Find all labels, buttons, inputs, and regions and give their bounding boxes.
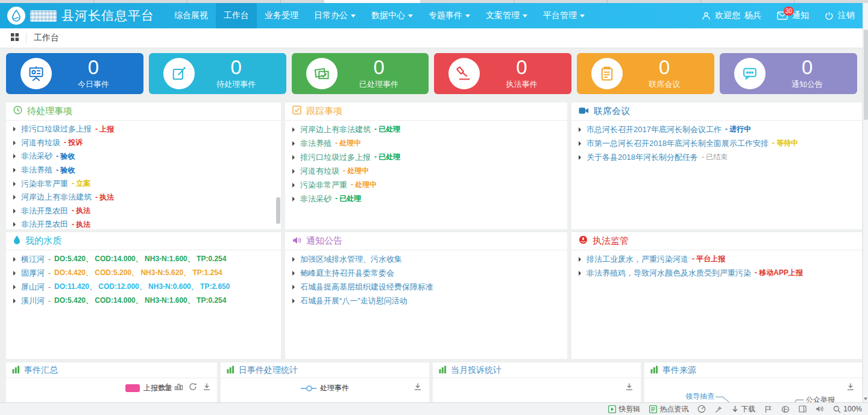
speed-mode-button[interactable]: [697, 405, 706, 413]
list-item[interactable]: 屏山河-DO:11.420、 COD:12.000、 NH3-N:0.600、 …: [13, 280, 274, 294]
menu-item-daily-office[interactable]: 日常办公: [306, 3, 363, 28]
status-badge: - 执法: [95, 192, 114, 203]
download-icon[interactable]: [203, 382, 211, 391]
page-scrollbar[interactable]: [863, 3, 868, 402]
menu-item-business[interactable]: 业务受理: [257, 3, 306, 28]
scrollbar-down-arrow[interactable]: [864, 398, 867, 401]
sound-button[interactable]: [816, 405, 824, 413]
stat-card-enforcement-events[interactable]: 0执法事件: [434, 53, 571, 94]
list-item[interactable]: 河岸边上有非法建筑- 已处理: [292, 122, 560, 136]
list-item[interactable]: 污染非常严重- 立案: [13, 177, 274, 191]
caret-right-icon: [13, 257, 16, 262]
scrollbar-thumb[interactable]: [276, 197, 280, 224]
downloads-button[interactable]: 下载: [732, 404, 755, 414]
panel-scrollbar[interactable]: [276, 122, 280, 227]
sidebar-toggle-button[interactable]: [799, 405, 807, 413]
notification-count-badge: 30: [784, 7, 794, 16]
caret-right-icon: [292, 271, 295, 276]
stat-card-processed-events[interactable]: 0已处理事件: [292, 53, 429, 94]
caret-right-icon: [292, 299, 295, 303]
download-icon[interactable]: [414, 382, 422, 391]
stat-value: 0: [480, 57, 563, 78]
menu-item-data-center[interactable]: 数据中心: [363, 3, 421, 28]
speaker-volume-icon: [816, 405, 824, 413]
quick-edit-button[interactable]: 快剪辑: [608, 404, 640, 414]
refresh-icon[interactable]: [189, 382, 197, 391]
chevron-down-icon: [465, 14, 470, 17]
presentation-board-icon: [20, 58, 52, 89]
menu-item-workbench[interactable]: 工作台: [216, 3, 257, 28]
breadcrumb-divider: [26, 33, 27, 43]
bar-chart-toggle-icon[interactable]: [174, 382, 183, 391]
scrollbar-thumb[interactable]: [864, 30, 868, 120]
hot-news-button[interactable]: 热点资讯: [649, 404, 688, 414]
download-icon[interactable]: [625, 382, 634, 391]
list-item[interactable]: 非法采砂- 验收: [13, 150, 274, 163]
list-item[interactable]: 排污口垃圾过多上报- 上报: [13, 122, 274, 136]
menu-item-overview[interactable]: 综合展视: [166, 3, 216, 28]
legend-processed-events[interactable]: 处理事件: [221, 383, 429, 393]
list-item[interactable]: 非法开垦农田- 执法: [13, 218, 274, 229]
menu-item-special-events[interactable]: 专题事件: [421, 3, 478, 28]
menu-item-platform-mgmt[interactable]: 平台管理: [535, 3, 593, 28]
list-item[interactable]: 加强区域排水管理、污水收集: [292, 252, 560, 266]
caret-right-icon: [579, 271, 581, 276]
list-item[interactable]: 非法养殖鸡，导致河水颜色及水质受到严重污染- 移动APP上报: [579, 266, 855, 280]
chart-title: 事件汇总: [24, 365, 58, 376]
grid-menu-icon[interactable]: [11, 33, 19, 43]
list-item[interactable]: 排污口垃圾过多上报- 已处理: [292, 150, 560, 164]
pin-button[interactable]: [715, 405, 723, 413]
window-icon: [799, 405, 807, 413]
list-item[interactable]: 市第一总河长召开2018年底河长制全面展示工作安排- 等待中: [579, 136, 855, 150]
brand[interactable]: 县河长信息平台: [0, 7, 163, 25]
page-title: 工作台: [34, 33, 59, 43]
chevron-down-icon: [580, 14, 585, 17]
news-icon: [649, 405, 657, 413]
stat-card-pending-events[interactable]: 0待处理事件: [149, 53, 286, 94]
stat-card-notices[interactable]: 0通知公告: [720, 53, 857, 94]
stat-card-today-events[interactable]: 0今日事件: [6, 53, 143, 94]
list-item[interactable]: 石城县提高基层组织建设经费保障标准: [292, 280, 560, 294]
panel-title: 我的水质: [25, 235, 61, 247]
chevron-down-icon: [523, 14, 527, 17]
stat-card-joint-meetings[interactable]: 0联席会议: [577, 53, 714, 94]
caret-right-icon: [292, 169, 295, 174]
video-camera-icon: [579, 106, 589, 117]
notifications-button[interactable]: 30 通知: [777, 10, 809, 21]
list-item[interactable]: 河岸边上有非法建筑- 执法: [13, 191, 274, 204]
ie-icon: [781, 405, 790, 413]
list-item[interactable]: 非法养殖- 处理中: [292, 136, 560, 150]
zoom-control[interactable]: 100%: [833, 405, 862, 413]
water-metrics: DO:5.420、 COD:14.000、 NH3-N:1.600、 TP:0.…: [54, 254, 226, 264]
list-item[interactable]: 横江河-DO:5.420、 COD:14.000、 NH3-N:1.600、 T…: [13, 252, 274, 266]
list-item[interactable]: 固厚河-DO:4.420、 COD:5.200、 NH3-N:5.620、 TP…: [13, 266, 274, 280]
logout-button[interactable]: 注销: [825, 10, 855, 21]
list-item[interactable]: 非法开垦农田- 执法: [13, 204, 274, 218]
top-navbar: 县河长信息平台 综合展视 工作台 业务受理 日常办公 数据中心 专题事件 文案管…: [0, 3, 868, 28]
emblem-icon: [579, 235, 588, 247]
panel-joint-meetings: 联席会议 市总河长召开2017年底河长制会议工作- 进行中 市第一总河长召开20…: [571, 103, 862, 229]
feedback-button[interactable]: [764, 405, 772, 413]
list-item[interactable]: 市总河长召开2017年底河长制会议工作- 进行中: [579, 122, 855, 136]
list-item[interactable]: 溪川河-DO:5.420、 COD:14.000、 NH3-N:1.600、 T…: [13, 294, 274, 308]
list-item[interactable]: 污染非常严重- 处理中: [292, 178, 560, 192]
list-item[interactable]: 鲍峰庭主持召开县委常委会: [292, 266, 560, 280]
status-badge: - 移动APP上报: [755, 268, 803, 278]
download-icon[interactable]: [846, 382, 855, 391]
list-item[interactable]: 非法采砂- 已处理: [292, 192, 560, 206]
list-item[interactable]: 非法养殖- 验收: [13, 163, 274, 177]
status-badge: - 上报: [95, 124, 114, 135]
menu-item-document-mgmt[interactable]: 文案管理: [478, 3, 535, 28]
status-badge: - 已结束: [702, 152, 728, 162]
status-badge: - 已处理: [374, 152, 400, 162]
navbar-right: 欢迎您 杨兵 30 通知 注销: [702, 10, 868, 21]
list-item[interactable]: 石城县开展“八一”走访慰问活动: [292, 294, 560, 308]
ie-mode-button[interactable]: [781, 405, 790, 413]
list-item[interactable]: 河道有垃圾- 投诉: [13, 136, 274, 150]
line-chart-toggle-icon[interactable]: [160, 382, 169, 391]
status-badge: - 等待中: [772, 138, 798, 148]
stat-value: 0: [766, 57, 849, 78]
list-item[interactable]: 排法工业废水，严重污染河道- 平台上报: [579, 252, 855, 266]
list-item[interactable]: 关于各县2018年河长制分配任务- 已结束: [579, 150, 855, 164]
list-item[interactable]: 河道有垃圾- 处理中: [292, 164, 560, 178]
